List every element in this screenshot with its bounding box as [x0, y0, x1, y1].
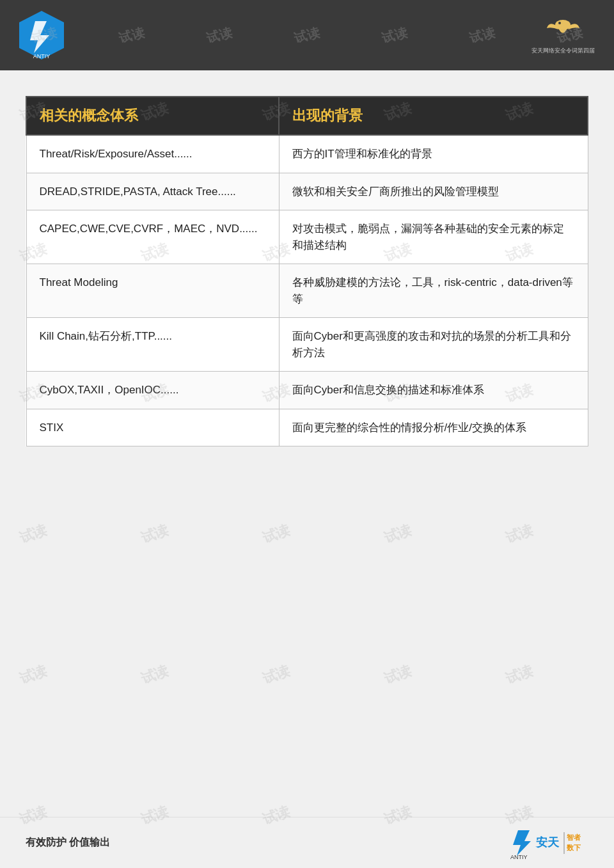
svg-text:数下: 数下	[566, 844, 581, 851]
header-watermarks: 试读 试读 试读 试读 试读 试读 试读	[0, 0, 614, 70]
table-row: Kill Chain,钻石分析,TTP......面向Cyber和更高强度的攻击…	[26, 318, 588, 372]
watermark-24: 试读	[503, 661, 536, 688]
watermark-18: 试读	[381, 520, 414, 548]
watermark-17: 试读	[260, 520, 293, 548]
svg-text:ANTIY: ANTIY	[510, 854, 528, 859]
table-row: DREAD,STRIDE,PASTA, Attack Tree......微软和…	[26, 173, 588, 210]
table-cell-left-0: Threat/Risk/Exposure/Asset......	[26, 135, 279, 173]
footer-right-brand: ANTIY 安天 智者 数下	[505, 827, 588, 859]
watermark-15: 试读	[17, 520, 50, 548]
concepts-table: 相关的概念体系 出现的背景 Threat/Risk/Exposure/Asset…	[26, 96, 588, 446]
col1-header: 相关的概念体系	[26, 97, 279, 135]
table-row: Threat Modeling各种威胁建模的方法论，工具，risk-centri…	[26, 264, 588, 318]
table-cell-right-6: 面向更完整的综合性的情报分析/作业/交换的体系	[279, 409, 588, 446]
table-cell-right-0: 西方的IT管理和标准化的背景	[279, 135, 588, 173]
col2-header: 出现的背景	[279, 97, 588, 135]
footer-logo-icon: ANTIY 安天 智者 数下	[505, 827, 588, 859]
table-cell-right-3: 各种威胁建模的方法论，工具，risk-centric，data-driven等等	[279, 264, 588, 318]
table-cell-right-5: 面向Cyber和信息交换的描述和标准体系	[279, 372, 588, 409]
header-wm-1: 试读	[29, 24, 59, 47]
table-cell-left-1: DREAD,STRIDE,PASTA, Attack Tree......	[26, 173, 279, 210]
watermark-21: 试读	[138, 661, 171, 688]
watermark-20: 试读	[17, 661, 50, 688]
header: ANTIY 试读 试读 试读 试读 试读 试读 试读 安天网络安全令词第四届	[0, 0, 614, 70]
table-row: CAPEC,CWE,CVE,CVRF，MAEC，NVD......对攻击模式，脆…	[26, 210, 588, 264]
svg-text:安天: 安天	[535, 835, 560, 849]
svg-text:智者: 智者	[566, 833, 581, 841]
header-wm-2: 试读	[117, 24, 146, 47]
header-wm-6: 试读	[468, 24, 497, 47]
header-wm-4: 试读	[292, 24, 322, 47]
header-wm-5: 试读	[380, 24, 409, 47]
footer-left-text: 有效防护 价值输出	[26, 836, 110, 849]
table-cell-right-1: 微软和相关安全厂商所推出的风险管理模型	[279, 173, 588, 210]
table-cell-left-4: Kill Chain,钻石分析,TTP......	[26, 318, 279, 372]
table-cell-left-3: Threat Modeling	[26, 264, 279, 318]
table-row: CybOX,TAXII，OpenIOC......面向Cyber和信息交换的描述…	[26, 372, 588, 409]
table-row: Threat/Risk/Exposure/Asset......西方的IT管理和…	[26, 135, 588, 173]
watermark-23: 试读	[381, 661, 414, 688]
table-row: STIX面向更完整的综合性的情报分析/作业/交换的体系	[26, 409, 588, 446]
watermark-19: 试读	[503, 520, 536, 548]
table-cell-left-6: STIX	[26, 409, 279, 446]
svg-marker-5	[513, 830, 531, 856]
table-cell-left-2: CAPEC,CWE,CVE,CVRF，MAEC，NVD......	[26, 210, 279, 264]
table-cell-left-5: CybOX,TAXII，OpenIOC......	[26, 372, 279, 409]
table-cell-right-4: 面向Cyber和更高强度的攻击和对抗的场景的分析工具和分析方法	[279, 318, 588, 372]
footer: 有效防护 价值输出 ANTIY 安天 智者 数下	[0, 817, 614, 868]
header-wm-7: 试读	[556, 24, 585, 47]
watermark-16: 试读	[138, 520, 171, 548]
header-wm-3: 试读	[205, 24, 234, 47]
watermark-22: 试读	[260, 661, 293, 688]
table-cell-right-2: 对攻击模式，脆弱点，漏洞等各种基础的安全元素的标定和描述结构	[279, 210, 588, 264]
main-content: 相关的概念体系 出现的背景 Threat/Risk/Exposure/Asset…	[0, 70, 614, 491]
